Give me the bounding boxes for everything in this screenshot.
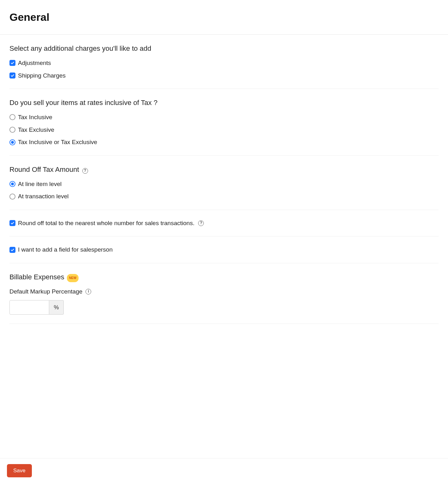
row-tax-inclusive-2: Tax Inclusive or Tax Exclusive [9, 138, 439, 147]
label-line-item-level: At line item level [18, 180, 62, 189]
page-header: General [0, 0, 448, 35]
label-salesperson: I want to add a field for salesperson [18, 245, 113, 254]
row-salesperson: I want to add a field for salesperson [9, 245, 439, 254]
billable-heading: Billable Expenses NEW [9, 272, 439, 282]
row-shipping: Shipping Charges [9, 71, 439, 80]
label-adjustments: Adjustments [18, 59, 51, 67]
radio-tax-exclusive[interactable] [9, 127, 15, 133]
page-title: General [9, 9, 439, 25]
label-round-total: Round off total to the nearest whole num… [18, 219, 194, 228]
section-round-total: Round off total to the nearest whole num… [9, 210, 439, 237]
row-round-line-item: At line item level [9, 180, 439, 189]
label-tax-exclusive: Tax Exclusive [18, 125, 54, 134]
section-tax-inclusive: Do you sell your items at rates inclusiv… [9, 89, 439, 156]
settings-content: Select any additional charges you'll lik… [0, 35, 448, 355]
checkbox-salesperson[interactable] [9, 247, 15, 253]
help-icon[interactable]: ? [198, 220, 204, 226]
markup-label-row: Default Markup Percentage i [9, 287, 439, 296]
check-icon [10, 248, 15, 252]
row-tax-inclusive-1: Tax Exclusive [9, 125, 439, 134]
tax-inclusive-heading: Do you sell your items at rates inclusiv… [9, 98, 439, 108]
check-icon [10, 61, 15, 65]
checkbox-round-total[interactable] [9, 220, 15, 226]
checkbox-adjustments[interactable] [9, 60, 15, 66]
markup-label: Default Markup Percentage [9, 287, 82, 296]
check-icon [10, 73, 15, 78]
radio-line-item-level[interactable] [9, 181, 15, 187]
section-round-off-tax: Round Off Tax Amount ? At line item leve… [9, 156, 439, 210]
label-tax-inclusive: Tax Inclusive [18, 113, 52, 122]
row-round-total: Round off total to the nearest whole num… [9, 219, 439, 228]
label-transaction-level: At transaction level [18, 192, 69, 201]
billable-heading-text: Billable Expenses [9, 273, 64, 281]
row-round-transaction: At transaction level [9, 192, 439, 201]
markup-percentage-input[interactable] [9, 300, 49, 315]
help-icon[interactable]: ? [82, 168, 88, 174]
checkbox-shipping[interactable] [9, 73, 15, 79]
info-icon[interactable]: i [85, 289, 91, 294]
markup-input-row: % [9, 300, 439, 315]
round-off-heading-text: Round Off Tax Amount [9, 166, 79, 173]
check-icon [10, 221, 15, 225]
radio-tax-both[interactable] [9, 139, 15, 145]
label-tax-both: Tax Inclusive or Tax Exclusive [18, 138, 97, 147]
radio-transaction-level[interactable] [9, 194, 15, 200]
section-salesperson: I want to add a field for salesperson [9, 236, 439, 263]
charges-heading: Select any additional charges you'll lik… [9, 44, 439, 54]
percent-suffix: % [49, 300, 64, 315]
label-shipping: Shipping Charges [18, 71, 66, 80]
new-badge: NEW [68, 275, 78, 282]
section-billable-expenses: Billable Expenses NEW Default Markup Per… [9, 263, 439, 324]
row-tax-inclusive-0: Tax Inclusive [9, 113, 439, 122]
round-off-heading: Round Off Tax Amount ? [9, 165, 439, 175]
section-additional-charges: Select any additional charges you'll lik… [9, 35, 439, 89]
radio-tax-inclusive[interactable] [9, 114, 15, 120]
row-adjustments: Adjustments [9, 59, 439, 67]
